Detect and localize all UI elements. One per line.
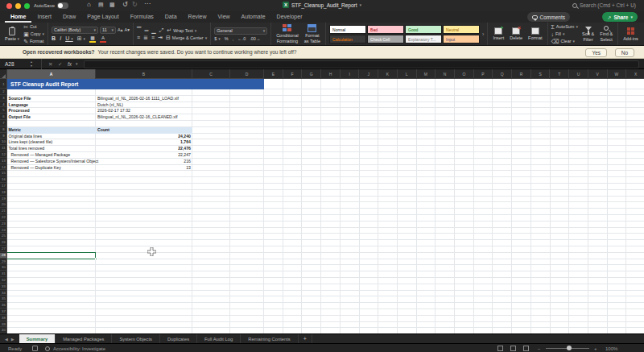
row-header-34[interactable]: 34 [0,291,7,296]
row-header-9[interactable]: 9 [0,134,7,139]
cell-label-row-13[interactable]: Removed — Salesforce System/Internal Obj… [11,159,99,165]
cell-value-row-5[interactable]: 2026-02-17 17:32 [97,108,130,114]
comments-button[interactable]: Comments [527,12,570,22]
row-header-24[interactable]: 24 [0,228,7,234]
cell-value-row-13[interactable]: 216 [96,159,191,165]
row-header-16[interactable]: 16 [0,177,7,183]
tab-page-layout[interactable]: Page Layout [81,11,124,23]
cell-value-row-4[interactable]: Dutch (nl_NL) [97,102,123,109]
column-header-I[interactable]: I [341,69,360,79]
tab-data[interactable]: Data [159,11,183,23]
column-header-U[interactable]: U [569,69,588,79]
sheet-tab-managed-packages[interactable]: Managed Packages [56,334,112,343]
next-sheet-icon[interactable]: ▶ [11,337,14,342]
cell-label-row-3[interactable]: Source File [9,96,31,102]
sheet-tab-remaining-contents[interactable]: Remaining Contents [241,334,299,343]
merge-center-button[interactable]: ⊟Merge & Center ▾ [166,35,207,40]
row-header-2[interactable]: 2 [0,89,7,95]
currency-format-icon[interactable]: $ ▾ [214,36,221,41]
clear-button[interactable]: ⌫Clear ▾ [551,39,578,44]
row-header-18[interactable]: 18 [0,190,7,196]
sheet-tab-full-audit-log[interactable]: Full Audit Log [197,334,241,343]
row-header-32[interactable]: 32 [0,278,7,284]
cell-label-row-6[interactable]: Output File [9,114,31,121]
column-header-C[interactable]: C [192,69,230,79]
row-header-38[interactable]: 38 [0,316,7,321]
column-header-S[interactable]: S [531,69,551,79]
row-header-12[interactable]: 12 [0,152,7,158]
home-icon[interactable]: ⌂ [87,1,91,8]
align-top-icon[interactable]: ▔ [137,27,141,33]
cell-label-row-11[interactable]: Total lines removed [9,146,45,152]
column-header-M[interactable]: M [417,69,436,79]
column-header-L[interactable]: L [398,69,417,79]
zoom-level[interactable]: 100% [605,346,617,351]
sheet-tab-duplicates[interactable]: Duplicates [160,334,197,343]
column-header-Q[interactable]: Q [493,69,512,79]
row-header-22[interactable]: 22 [0,215,7,221]
column-header-A[interactable]: A [7,69,96,79]
row-header-13[interactable]: 13 [0,159,7,164]
style-normal[interactable]: Normal [329,25,366,34]
bold-button[interactable]: B [52,35,56,41]
style-calculation[interactable]: Calculation [329,35,366,43]
wrap-text-button[interactable]: ↵Wrap Text ▾ [167,27,196,33]
fx-icon[interactable]: fx [68,61,72,67]
search-field[interactable]: Search (Cmd + Ctrl + U) [572,2,636,8]
align-center-icon[interactable]: ≣ [143,35,148,40]
cell-value-row-6[interactable]: Bilingual_nl_NL_2026-02-16_CLEANED.xlf [97,114,178,121]
cell-value-row-14[interactable]: 13 [96,165,191,172]
add-sheet-button[interactable]: + [299,334,312,343]
cut-button[interactable]: ✂Cut [23,24,44,30]
row-header-31[interactable]: 31 [0,271,7,277]
row-header-30[interactable]: 30 [0,265,7,271]
confirm-entry-icon[interactable]: ✓ [58,61,62,68]
cell-label-row-14[interactable]: Removed — Duplicate Key [11,165,61,172]
row-header-40[interactable]: 40 [0,328,7,333]
sheet-tab-system-objects[interactable]: System Objects [112,334,160,343]
style-neutral[interactable]: Neutral [443,25,480,34]
style-explanatory-t-[interactable]: Explanatory T... [405,35,442,43]
row-header-4[interactable]: 4 [0,102,7,108]
align-middle-icon[interactable]: ═ [144,27,148,33]
report-title-cell[interactable]: STF Cleanup Audit Report [7,79,264,89]
copy-button[interactable]: ▣Copy ▾ [23,31,44,37]
column-header-V[interactable]: V [588,69,608,79]
fill-handle[interactable] [95,258,97,260]
style-bad[interactable]: Bad [367,25,404,34]
find-select-button[interactable]: Find & Select [598,26,614,42]
row-header-10[interactable]: 10 [0,139,7,145]
save-icon[interactable]: ▤ [98,2,104,8]
page-break-view-icon[interactable] [523,346,529,351]
tab-draw[interactable]: Draw [57,11,81,23]
row-header-15[interactable]: 15 [0,171,7,176]
increase-font-icon[interactable]: A▴ [118,27,122,32]
normal-view-icon[interactable] [497,346,503,351]
cell-value-row-12[interactable]: 22,247 [96,152,191,159]
row-header-29[interactable]: 29 [0,259,7,265]
conditional-formatting-button[interactable]: Conditional Formatting [275,24,300,43]
column-header-P[interactable]: P [474,69,493,79]
sort-filter-button[interactable]: Sort & Filter [580,27,596,42]
no-button[interactable]: No [615,48,634,57]
cancel-entry-icon[interactable]: ✕ [48,61,52,68]
row-header-1[interactable]: 1 [0,79,7,89]
column-header-R[interactable]: R [512,69,531,79]
row-header-39[interactable]: 39 [0,322,7,328]
zoom-in-icon[interactable]: + [594,346,597,351]
insert-cells-button[interactable]: Insert [491,27,506,40]
zoom-slider-knob[interactable] [567,346,572,350]
row-header-25[interactable]: 25 [0,234,7,239]
font-size-select[interactable]: 11▾ [100,27,116,34]
selected-cell-A28[interactable] [6,252,96,259]
row-header-3[interactable]: 3 [0,96,7,101]
cell-value-row-11[interactable]: 22,476 [96,146,191,152]
row-header-20[interactable]: 20 [0,202,7,208]
borders-icon[interactable]: ⊞ ▾ [77,35,85,42]
row-header-33[interactable]: 33 [0,284,7,290]
name-box[interactable]: A28 ▴▾ [0,59,42,69]
column-header-W[interactable]: W [608,69,627,79]
cell-value-row-10[interactable]: 1,764 [96,139,191,146]
row-header-14[interactable]: 14 [0,165,7,171]
align-left-icon[interactable]: ≡ [137,35,140,40]
